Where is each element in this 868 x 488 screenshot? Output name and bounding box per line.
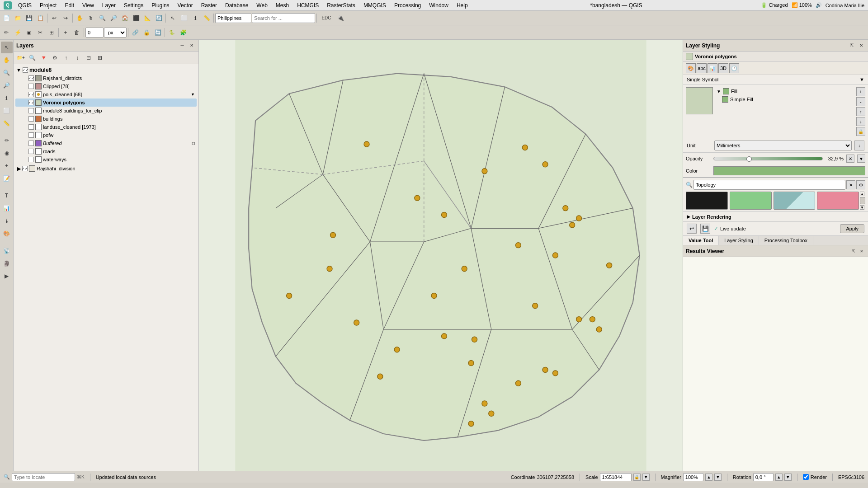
preset-dark[interactable] bbox=[686, 192, 728, 210]
layer-cb-roads[interactable] bbox=[28, 149, 34, 154]
symbol-dropdown-icon[interactable]: ▼ bbox=[859, 77, 864, 82]
expand-all-btn[interactable]: ⊞ bbox=[94, 52, 105, 63]
unit-select[interactable]: px bbox=[104, 28, 127, 38]
layers-minimize-btn[interactable]: ─ bbox=[178, 42, 186, 50]
menu-item-rasterstats[interactable]: RasterStats bbox=[323, 1, 359, 9]
topology-clear-btn[interactable]: ✕ bbox=[846, 180, 855, 189]
menu-item-view[interactable]: View bbox=[79, 1, 98, 9]
zoom-full-btn[interactable]: 🏠 bbox=[119, 13, 130, 23]
diagram-tool[interactable]: 📊 bbox=[1, 202, 13, 214]
color-tool[interactable]: 🎨 bbox=[1, 228, 13, 239]
ls-detach-btn[interactable]: ⇱ bbox=[848, 42, 856, 50]
pointer-tool[interactable]: ↖ bbox=[1, 42, 13, 53]
tab-layer-styling[interactable]: Layer Styling bbox=[719, 236, 759, 245]
gps-tool[interactable]: 📡 bbox=[1, 245, 13, 257]
node-tool[interactable]: ◉ bbox=[1, 147, 13, 159]
save-btn[interactable]: 💾 bbox=[24, 13, 34, 23]
scale-lock-btn[interactable]: 🔒 bbox=[633, 474, 641, 481]
layer-cb-division[interactable]: ✓ bbox=[22, 166, 28, 171]
magnifier-input[interactable] bbox=[683, 473, 703, 481]
layer-cb-pofw[interactable] bbox=[28, 132, 34, 138]
select-tool[interactable]: ⬜ bbox=[1, 105, 13, 117]
identify-tool[interactable]: ℹ bbox=[1, 92, 13, 104]
digitize-tool[interactable]: + bbox=[1, 160, 13, 172]
menu-item-vector[interactable]: Vector bbox=[174, 1, 197, 9]
add-group-btn[interactable]: 📁+ bbox=[15, 52, 26, 63]
rotation-up-btn[interactable]: ▲ bbox=[775, 474, 783, 481]
preset-pink[interactable] bbox=[817, 192, 859, 210]
symbol-lock-btn[interactable]: 🔒 bbox=[856, 127, 865, 136]
style-abc-btn[interactable]: abc bbox=[697, 63, 707, 73]
menu-item-mesh[interactable]: Mesh bbox=[272, 1, 292, 9]
symbol-up-btn[interactable]: ↑ bbox=[856, 107, 865, 116]
unit-info-btn[interactable]: ↓ bbox=[854, 141, 864, 150]
identify-btn[interactable]: ℹ bbox=[190, 13, 201, 23]
render-checkbox[interactable] bbox=[803, 474, 809, 480]
zoom-in-btn[interactable]: 🔍 bbox=[97, 13, 108, 23]
layer-item-waterways[interactable]: waterways bbox=[15, 155, 197, 164]
menu-item-plugins[interactable]: Plugins bbox=[148, 1, 173, 9]
tab-processing-toolbox[interactable]: Processing Toolbox bbox=[759, 236, 813, 245]
scale-down-btn[interactable]: ▼ bbox=[642, 474, 650, 481]
menu-item-settings[interactable]: Settings bbox=[120, 1, 147, 9]
color-preview[interactable] bbox=[713, 166, 865, 175]
opacity-thumb[interactable] bbox=[746, 156, 752, 162]
opacity-slider[interactable] bbox=[713, 157, 823, 160]
layer-item-buffered[interactable]: Buffered ◻ bbox=[15, 139, 197, 147]
snap-btn[interactable]: 🔗 bbox=[130, 27, 141, 38]
zoom-out-tool[interactable]: 🔎 bbox=[1, 80, 13, 91]
menu-item-project[interactable]: Project bbox=[36, 1, 60, 9]
plugin-btn[interactable]: 🧩 bbox=[178, 27, 189, 38]
menu-item-help[interactable]: Help bbox=[453, 1, 472, 9]
layer-item-voronoi[interactable]: ✓ Voronoi polygons bbox=[15, 99, 197, 107]
add-symbol-btn[interactable]: + bbox=[856, 87, 865, 96]
form-tool[interactable]: 📝 bbox=[1, 173, 13, 184]
edit-tool[interactable]: ✏ bbox=[1, 135, 13, 146]
edc-btn[interactable]: EDC bbox=[318, 13, 335, 23]
heatmap-tool[interactable]: 🌡 bbox=[1, 215, 13, 227]
layer-cb-bldg-clip[interactable] bbox=[28, 108, 34, 113]
map-svg[interactable] bbox=[199, 40, 683, 471]
scale-input[interactable] bbox=[600, 473, 632, 481]
unit-select-style[interactable]: Millimeters bbox=[714, 141, 852, 150]
animate-tool[interactable]: ▶ bbox=[1, 270, 13, 282]
save-as-btn[interactable]: 📋 bbox=[35, 13, 46, 23]
preset-green[interactable] bbox=[730, 192, 772, 210]
style-history-btn[interactable]: 🕐 bbox=[729, 63, 739, 73]
rv-detach-btn[interactable]: ⇱ bbox=[850, 248, 857, 255]
select-rect-btn[interactable]: ⬜ bbox=[179, 13, 189, 23]
new-project-btn[interactable]: 📄 bbox=[1, 13, 12, 23]
delete-feature-btn[interactable]: 🗑 bbox=[71, 27, 82, 38]
menu-item-window[interactable]: Window bbox=[425, 1, 452, 9]
3d-tool[interactable]: 🗿 bbox=[1, 258, 13, 269]
layer-cb-rajshahi[interactable]: ✓ bbox=[28, 75, 34, 81]
rotation-down-btn[interactable]: ▼ bbox=[784, 474, 792, 481]
menu-item-layer[interactable]: Layer bbox=[99, 1, 119, 9]
layer-item-buildings-clip[interactable]: module8 buildings_for_clip bbox=[15, 107, 197, 115]
layer-cb-clipped[interactable] bbox=[28, 84, 34, 89]
offset-input[interactable] bbox=[85, 28, 104, 38]
lock-btn[interactable]: 🔒 bbox=[141, 27, 152, 38]
measure-btn[interactable]: 📏 bbox=[201, 13, 212, 23]
open-btn[interactable]: 📁 bbox=[12, 13, 23, 23]
menu-item-database[interactable]: Database bbox=[222, 1, 252, 9]
digitize-btn[interactable]: ✏ bbox=[1, 27, 12, 38]
menu-item-hcmgis[interactable]: HCMGIS bbox=[293, 1, 322, 9]
menu-item-qgis[interactable]: QGIS bbox=[14, 1, 35, 9]
map-area[interactable] bbox=[199, 40, 683, 471]
move-up-btn[interactable]: ↑ bbox=[61, 52, 71, 63]
layer-item-clipped[interactable]: Clipped [78] bbox=[15, 82, 197, 90]
pan-map-btn[interactable]: 🖱 bbox=[85, 13, 96, 23]
menu-item-mmqgis[interactable]: MMQGIS bbox=[360, 1, 390, 9]
menu-item-processing[interactable]: Processing bbox=[391, 1, 425, 9]
pan-btn[interactable]: ✋ bbox=[74, 13, 85, 23]
layer-item-pofw[interactable]: pofw bbox=[15, 131, 197, 139]
add-feature-btn[interactable]: + bbox=[60, 27, 71, 38]
layer-item-rajshahi-districts[interactable]: ✓ Rajshahi_districts bbox=[15, 74, 197, 82]
rotate-btn[interactable]: 🔄 bbox=[152, 27, 163, 38]
location-input[interactable] bbox=[215, 13, 251, 23]
layer-cb-waterways[interactable] bbox=[28, 157, 34, 162]
extra-btn[interactable]: 🔌 bbox=[335, 13, 346, 23]
reload-style-btn[interactable]: ↩ bbox=[687, 224, 697, 234]
fill-item[interactable]: ▼ Fill bbox=[716, 87, 854, 95]
